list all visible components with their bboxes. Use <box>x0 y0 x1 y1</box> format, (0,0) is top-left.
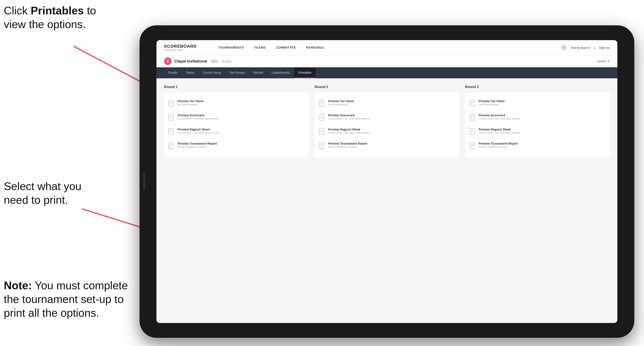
tablet-shell: SCOREBOARD Powered by clippd TOURNAMENTS… <box>140 25 634 338</box>
document-icon-11 <box>469 128 476 136</box>
round-2-card: Preview Tee Sheet Tee Sheet required <box>314 92 459 157</box>
document-icon-9 <box>469 100 476 107</box>
tablet-screen: SCOREBOARD Powered by clippd TOURNAMENTS… <box>156 40 617 323</box>
round-3-report-text: Preview Tournament Report Round Completi… <box>479 142 518 148</box>
svg-rect-24 <box>319 114 324 120</box>
round-2-tournament-report[interactable]: Preview Tournament Report Round Completi… <box>319 139 455 153</box>
round-1-report-title: Preview Tournament Report <box>178 142 217 145</box>
round-1-report-text: Preview Tournament Report Round Completi… <box>178 142 217 148</box>
round-1-report-subtitle: Round Completion required <box>178 146 217 148</box>
content-area: Round 1 Preview Tee Sheet Tee <box>156 78 617 323</box>
round-3-section: Round 3 Preview Tee Sheet Tee <box>465 85 610 157</box>
round-1-scorecard-subtitle: Course setup + Tee Sheet data required <box>178 117 219 120</box>
document-icon-3 <box>168 128 175 136</box>
svg-rect-40 <box>470 114 474 120</box>
sub-nav: Details Teams Course Setup Tee Groups Re… <box>156 67 617 78</box>
svg-rect-12 <box>169 129 173 135</box>
round-3-card: Preview Tee Sheet Tee Sheet required <box>465 92 610 157</box>
subnav-leaderboards[interactable]: Leaderboards <box>268 67 294 78</box>
round-3-raguzzi-text: Preview Raguzzi Sheet Course setup + Tee… <box>479 128 520 134</box>
round-1-card: Preview Tee Sheet Tee Sheet required <box>164 92 309 157</box>
annotation-top: Click Printables toview the options. <box>4 4 131 31</box>
svg-rect-48 <box>470 143 474 149</box>
top-nav: SCOREBOARD Powered by clippd TOURNAMENTS… <box>156 40 617 55</box>
round-1-scorecard-text: Preview Scorecard Course setup + Tee She… <box>178 114 219 120</box>
round-3-scorecard-text: Preview Scorecard Course setup + Tee She… <box>479 114 520 120</box>
document-icon-4 <box>168 142 175 150</box>
svg-rect-36 <box>470 100 474 106</box>
main-nav: TOURNAMENTS TEAMS COMMITTEE RANKINGS <box>213 40 560 55</box>
top-nav-right: B blair@clippd.io | Sign out <box>560 44 610 51</box>
nav-committee[interactable]: COMMITTEE <box>271 40 301 55</box>
user-email: blair@clippd.io <box>571 46 590 49</box>
round-3-title: Round 3 <box>465 85 610 89</box>
cancel-icon: ✕ <box>607 59 610 63</box>
round-1-raguzzi-text: Preview Raguzzi Sheet Course setup + Tee… <box>178 128 219 134</box>
svg-rect-20 <box>319 100 324 106</box>
round-1-raguzzi-title: Preview Raguzzi Sheet <box>178 128 219 131</box>
round-1-scorecard[interactable]: Preview Scorecard Course setup + Tee She… <box>168 111 304 125</box>
round-1-tournament-report[interactable]: Preview Tournament Report Round Completi… <box>168 139 304 153</box>
round-1-title: Round 1 <box>164 85 309 89</box>
round-3-raguzzi[interactable]: Preview Raguzzi Sheet Course setup + Tee… <box>469 125 606 139</box>
round-3-scorecard[interactable]: Preview Scorecard Course setup + Tee She… <box>469 111 606 125</box>
round-1-scorecard-title: Preview Scorecard <box>178 114 219 117</box>
svg-rect-16 <box>169 143 173 149</box>
note-bold: Note: <box>4 279 32 292</box>
user-avatar: B <box>560 44 567 51</box>
subnav-printables[interactable]: Printables <box>294 67 316 78</box>
round-1-tee-sheet-title: Preview Tee Sheet <box>178 99 204 103</box>
document-icon-2 <box>168 114 175 122</box>
subnav-details[interactable]: Details <box>164 67 182 78</box>
tournament-status: Hosting <box>222 60 231 63</box>
subnav-tee-groups[interactable]: Tee Groups <box>226 67 249 78</box>
document-icon-12 <box>469 142 476 150</box>
document-icon <box>168 100 175 107</box>
round-2-scorecard-text: Preview Scorecard Course setup + Tee She… <box>328 114 369 120</box>
round-1-raguzzi-subtitle: Course setup + Tee Sheet data required <box>178 132 219 134</box>
round-2-section: Round 2 Preview Tee Sheet Tee <box>314 85 459 157</box>
round-3-tee-sheet[interactable]: Preview Tee Sheet Tee Sheet required <box>469 96 606 111</box>
document-icon-8 <box>319 142 326 150</box>
round-2-report-text: Preview Tournament Report Round Completi… <box>328 142 368 148</box>
annotation-bot: Note: You must complete the tournament s… <box>4 279 139 320</box>
round-2-tee-sheet[interactable]: Preview Tee Sheet Tee Sheet required <box>319 96 455 111</box>
svg-line-0 <box>74 46 146 84</box>
round-2-title: Round 2 <box>314 85 459 89</box>
nav-teams[interactable]: TEAMS <box>249 40 271 55</box>
subnav-results[interactable]: Results <box>249 67 268 78</box>
rounds-container: Round 1 Preview Tee Sheet Tee <box>164 85 610 157</box>
svg-rect-28 <box>319 129 324 135</box>
svg-rect-8 <box>169 114 173 120</box>
brand: SCOREBOARD Powered by clippd <box>164 44 202 51</box>
separator: | <box>594 46 595 49</box>
document-icon-6 <box>319 114 326 122</box>
document-icon-10 <box>469 114 476 122</box>
document-icon-7 <box>319 128 326 136</box>
subnav-teams[interactable]: Teams <box>182 67 199 78</box>
svg-rect-32 <box>319 143 324 149</box>
svg-rect-44 <box>470 129 474 135</box>
subnav-course-setup[interactable]: Course Setup <box>199 67 226 78</box>
tablet-button <box>143 173 145 190</box>
round-1-raguzzi[interactable]: Preview Raguzzi Sheet Course setup + Tee… <box>168 125 304 139</box>
tournament-tag: Men <box>210 59 219 63</box>
brand-title: SCOREBOARD <box>164 44 202 49</box>
brand-sub: Powered by clippd <box>164 49 202 51</box>
round-2-scorecard[interactable]: Preview Scorecard Course setup + Tee She… <box>319 111 455 125</box>
round-2-raguzzi-text: Preview Raguzzi Sheet Course setup + Tee… <box>328 128 369 134</box>
tournament-name: C Clippd Invitational Men Hosting <box>164 57 231 65</box>
nav-tournaments[interactable]: TOURNAMENTS <box>213 40 249 55</box>
round-3-tee-sheet-text: Preview Tee Sheet Tee Sheet required <box>479 99 504 106</box>
sign-out-link[interactable]: Sign out <box>599 46 610 49</box>
round-1-tee-sheet-text: Preview Tee Sheet Tee Sheet required <box>178 99 204 106</box>
cancel-button[interactable]: Cancel ✕ <box>597 59 610 63</box>
document-icon-5 <box>319 100 326 107</box>
svg-rect-4 <box>169 100 173 106</box>
round-2-raguzzi[interactable]: Preview Raguzzi Sheet Course setup + Tee… <box>319 125 455 139</box>
round-1-tee-sheet[interactable]: Preview Tee Sheet Tee Sheet required <box>168 96 304 111</box>
round-3-tournament-report[interactable]: Preview Tournament Report Round Completi… <box>469 139 606 153</box>
tournament-title: Clippd Invitational <box>174 59 207 64</box>
round-1-section: Round 1 Preview Tee Sheet Tee <box>164 85 309 157</box>
nav-rankings[interactable]: RANKINGS <box>301 40 329 55</box>
